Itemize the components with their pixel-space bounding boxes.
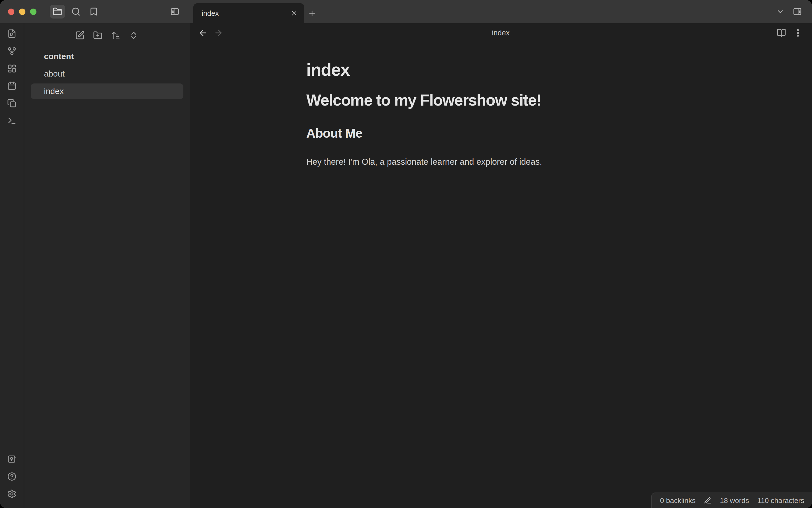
file-label: about	[44, 69, 65, 79]
zoom-window-button[interactable]	[30, 9, 37, 15]
tab-bar: index	[190, 0, 812, 23]
file-search-icon[interactable]	[7, 29, 16, 38]
document-editor[interactable]: index Welcome to my Flowershow site! Abo…	[306, 43, 694, 169]
collapse-icon[interactable]	[129, 31, 138, 40]
explorer-header	[24, 23, 189, 47]
help-icon[interactable]	[7, 472, 16, 481]
folder-icon	[53, 7, 62, 16]
ribbon-bottom	[7, 454, 16, 499]
view-header: index	[189, 23, 812, 43]
close-window-button[interactable]	[8, 9, 14, 15]
nav-arrows	[198, 28, 223, 38]
panel-right-icon[interactable]	[792, 7, 803, 16]
dashboard-icon[interactable]	[7, 64, 16, 73]
file-tree: content about index	[24, 47, 189, 99]
search-icon	[71, 7, 81, 16]
traffic-lights	[8, 9, 37, 15]
main-pane: index index Welcome to my Flowershow sit…	[189, 23, 812, 508]
file-label: index	[44, 86, 64, 96]
panel-left-icon	[170, 7, 180, 16]
arrow-left-icon[interactable]	[198, 28, 208, 38]
character-count[interactable]: 110 characters	[757, 496, 804, 505]
book-open-icon[interactable]	[777, 28, 786, 38]
bookmarks-button[interactable]	[87, 5, 100, 18]
vault-icon[interactable]	[7, 454, 16, 464]
tab-title: index	[202, 9, 291, 18]
search-button[interactable]	[69, 5, 83, 18]
file-item-about[interactable]: about	[31, 66, 183, 82]
titlebar-left	[0, 0, 190, 23]
sort-icon[interactable]	[111, 31, 121, 40]
copy-files-icon[interactable]	[7, 99, 16, 108]
chevron-down-icon[interactable]	[776, 7, 784, 16]
titlebar: index	[0, 0, 812, 23]
ribbon-top	[7, 29, 16, 125]
file-explorer: content about index	[24, 23, 189, 508]
status-bar: 0 backlinks 18 words 110 characters	[651, 493, 812, 508]
terminal-icon[interactable]	[7, 116, 16, 125]
files-toggle-button[interactable]	[50, 5, 65, 18]
plus-icon	[308, 9, 316, 17]
bookmark-icon	[89, 7, 98, 16]
view-header-title: index	[189, 29, 812, 37]
graph-icon[interactable]	[7, 46, 16, 56]
ribbon	[0, 23, 24, 508]
calendar-icon[interactable]	[7, 81, 16, 91]
settings-icon[interactable]	[7, 489, 16, 499]
toggle-left-sidebar-button[interactable]	[168, 5, 182, 18]
more-options-icon[interactable]	[793, 28, 803, 38]
new-tab-button[interactable]	[304, 3, 320, 23]
doc-paragraph: Hey there! I'm Ola, a passionate learner…	[306, 155, 694, 169]
minimize-window-button[interactable]	[19, 9, 26, 15]
arrow-right-icon[interactable]	[214, 28, 223, 38]
doc-heading-2: About Me	[306, 126, 694, 141]
word-count[interactable]: 18 words	[720, 496, 749, 505]
pencil-icon[interactable]	[704, 497, 712, 504]
folder-item-content[interactable]: content	[31, 49, 183, 64]
file-item-index[interactable]: index	[31, 83, 183, 99]
inline-title[interactable]: index	[306, 60, 694, 80]
titlebar-actions	[776, 0, 812, 23]
new-note-icon[interactable]	[75, 31, 85, 40]
new-folder-icon[interactable]	[93, 31, 102, 40]
folder-label: content	[44, 52, 74, 61]
app-window: index	[0, 0, 812, 508]
workspace: content about index	[0, 23, 812, 508]
doc-heading-1: Welcome to my Flowershow site!	[306, 91, 694, 110]
tab-close-icon[interactable]	[291, 10, 298, 17]
view-header-actions	[777, 28, 803, 38]
tab-index[interactable]: index	[193, 3, 304, 23]
backlinks-count[interactable]: 0 backlinks	[660, 496, 696, 505]
